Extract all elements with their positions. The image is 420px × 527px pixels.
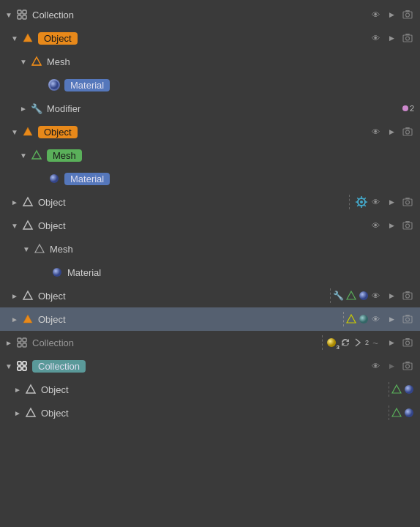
svg-point-36 [359, 291, 368, 300]
camera-icon[interactable] [401, 8, 414, 21]
svg-rect-2 [18, 15, 21, 19]
object-7-row[interactable]: Object [0, 378, 420, 401]
tilde-icon[interactable]: ~ [369, 336, 382, 349]
collection-root-row[interactable]: Collection 👁 ▶ [0, 3, 420, 26]
eye-icon[interactable]: 👁 [369, 289, 382, 302]
svg-marker-41 [347, 315, 356, 323]
collection-2-row[interactable]: Collection 3 2 ~ ▶ [0, 331, 420, 354]
expand-object-5[interactable] [9, 290, 20, 302]
wrench-icon: 🔧 [29, 101, 44, 116]
expand-object-6[interactable] [9, 313, 20, 325]
mesh-white-3-icon [32, 242, 47, 256]
svg-rect-6 [405, 10, 410, 12]
expand-collection-root[interactable] [3, 9, 15, 20]
camera-icon[interactable] [401, 336, 414, 349]
modifier-1-row[interactable]: 🔧 Modifier 2 [0, 97, 420, 120]
object-orange-icon [20, 31, 35, 45]
object-3-row[interactable]: Object 👁 ▶ [0, 190, 420, 214]
material-sphere-3-icon [50, 265, 64, 280]
camera-icon[interactable] [401, 359, 414, 373]
camera-icon[interactable] [401, 219, 414, 232]
refresh-icon [340, 337, 350, 348]
material-sphere-icon [47, 78, 61, 92]
camera-icon[interactable] [401, 125, 414, 138]
svg-rect-39 [405, 291, 410, 293]
cursor-icon[interactable]: ▶ [385, 336, 398, 349]
object-7-label: Object [41, 384, 386, 395]
svg-point-42 [359, 315, 368, 324]
mesh-2-row[interactable]: Mesh [0, 143, 420, 167]
cursor-icon[interactable]: ▶ [385, 313, 398, 326]
eye-icon[interactable]: 👁 [369, 195, 382, 209]
camera-icon[interactable] [401, 195, 414, 209]
eye-icon[interactable]: 👁 [369, 313, 382, 326]
svg-rect-31 [405, 221, 410, 223]
mesh-inline-6 [346, 314, 356, 324]
expand-collection-3[interactable] [3, 360, 15, 372]
cursor-icon[interactable]: ▶ [385, 289, 398, 302]
cursor-icon[interactable]: ▶ [385, 125, 398, 138]
object-5-row[interactable]: Object 🔧 👁 ▶ [0, 284, 420, 307]
svg-point-21 [50, 174, 59, 183]
expand-object-1[interactable] [9, 32, 20, 44]
collection-2-label: Collection [32, 337, 319, 348]
expand-modifier-1[interactable] [18, 102, 29, 114]
object-1-badge: Object [38, 32, 78, 45]
expand-object-4[interactable] [9, 220, 20, 231]
mesh-3-row[interactable]: Mesh [0, 237, 420, 261]
collection-3-badge: Collection [32, 360, 86, 373]
camera-icon[interactable] [401, 313, 414, 326]
mesh-1-row[interactable]: Mesh [0, 50, 420, 73]
outliner: Collection 👁 ▶ Object 👁 ▶ [0, 0, 420, 527]
object-2-row[interactable]: Object 👁 ▶ [0, 120, 420, 143]
eye-icon[interactable]: 👁 [369, 31, 382, 45]
expand-object-7[interactable] [12, 384, 23, 395]
collection-3-row[interactable]: Collection 👁 ▶ [0, 354, 420, 378]
svg-rect-1 [23, 10, 26, 14]
svg-rect-10 [405, 34, 410, 35]
expand-mesh-3[interactable] [20, 243, 32, 255]
expand-object-2[interactable] [9, 126, 20, 138]
svg-point-9 [406, 37, 410, 40]
camera-icon[interactable] [401, 289, 414, 302]
object-white-7-icon [23, 382, 38, 397]
object-8-row[interactable]: Object [0, 401, 420, 425]
svg-rect-55 [23, 362, 26, 365]
object-orange-6-icon [20, 312, 35, 326]
expand-collection-2[interactable] [3, 337, 15, 348]
cursor-icon[interactable]: ▶ [385, 359, 398, 373]
object-4-row[interactable]: Object 👁 ▶ [0, 214, 420, 237]
collection-2-icon [15, 335, 29, 350]
material-2-row[interactable]: Material [0, 167, 420, 190]
eye-icon[interactable]: 👁 [369, 125, 382, 138]
svg-marker-62 [392, 385, 401, 393]
material-1-row[interactable]: Material [0, 73, 420, 97]
collection-3-icon [15, 359, 29, 373]
camera-icon[interactable] [401, 31, 414, 45]
svg-point-38 [406, 294, 410, 298]
cursor-icon[interactable]: ▶ [385, 31, 398, 45]
expand-object-8[interactable] [12, 407, 23, 419]
cursor-icon[interactable]: ▶ [385, 8, 398, 21]
expand-material-2 [35, 173, 47, 184]
svg-point-18 [406, 130, 410, 134]
object-6-row[interactable]: Object 👁 ▶ [0, 307, 420, 331]
eye-icon[interactable]: 👁 [369, 359, 382, 373]
expand-mesh-2[interactable] [18, 149, 29, 161]
eye-icon[interactable]: 👁 [369, 219, 382, 232]
material-3-row[interactable]: Material [0, 261, 420, 284]
svg-rect-56 [18, 367, 21, 370]
wrench-inline-5: 🔧 [333, 291, 344, 301]
object-1-row[interactable]: Object 👁 ▶ [0, 26, 420, 50]
cursor-icon[interactable]: ▶ [385, 219, 398, 232]
expand-mesh-1[interactable] [18, 56, 29, 67]
expand-object-3[interactable] [9, 196, 20, 208]
svg-rect-60 [405, 362, 410, 363]
eye-icon[interactable]: 👁 [369, 8, 382, 21]
mesh-inline-5 [346, 291, 356, 301]
cursor-icon[interactable]: ▶ [385, 195, 398, 209]
svg-rect-3 [23, 15, 26, 19]
svg-marker-22 [23, 198, 32, 206]
svg-rect-4 [403, 12, 412, 18]
sphere-inline-5 [359, 291, 369, 301]
